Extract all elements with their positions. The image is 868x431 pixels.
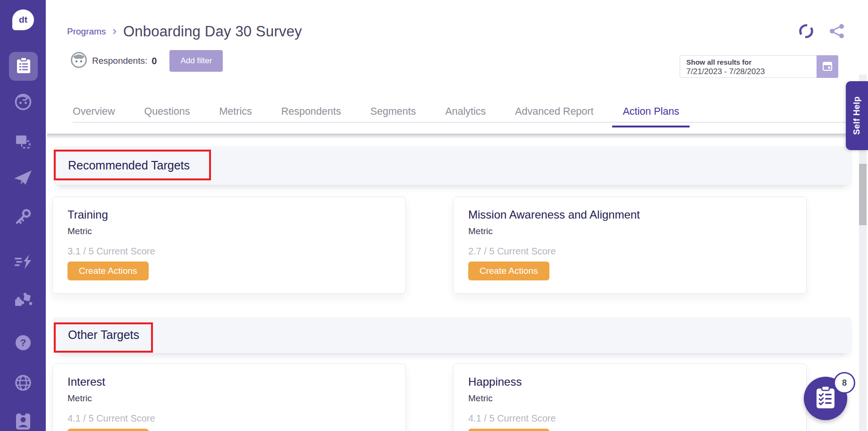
card-title: Mission Awareness and Alignment <box>468 208 640 221</box>
sidebar-item-contacts[interactable] <box>0 412 46 431</box>
card-type-label: Metric <box>67 393 92 404</box>
card-title: Happiness <box>468 375 522 389</box>
survey-clipboard-icon <box>16 57 31 76</box>
main-scrollbar-thumb[interactable] <box>859 164 867 225</box>
target-card-mission-awareness: Mission Awareness and Alignment Metric 2… <box>453 196 807 294</box>
create-actions-button[interactable]: Create Actions <box>468 262 549 280</box>
sidebar: dt <box>0 0 46 431</box>
checklist-clipboard-icon <box>815 385 836 412</box>
key-icon <box>14 208 32 228</box>
tab-action-plans[interactable]: Action Plans <box>623 106 679 118</box>
respondents-label: Respondents: <box>92 56 147 66</box>
tab-analytics[interactable]: Analytics <box>445 106 486 118</box>
header-shadow-divider <box>47 134 846 139</box>
create-actions-button[interactable]: Create Actions <box>468 429 549 431</box>
date-range-filter: Show all results for 7/21/2023 - 7/28/20… <box>680 55 838 78</box>
sidebar-item-respondents[interactable] <box>0 93 46 113</box>
card-score: 4.1 / 5 Current Score <box>67 413 155 424</box>
target-card-happiness: Happiness Metric 4.1 / 5 Current Score C… <box>453 363 807 431</box>
sidebar-item-help[interactable]: ? <box>0 334 46 354</box>
paper-plane-icon <box>14 169 33 188</box>
page-title: Onboarding Day 30 Survey <box>123 23 302 40</box>
sidebar-item-integrations[interactable] <box>0 293 46 313</box>
self-help-label: Self Help <box>852 96 862 135</box>
tab-underline-track <box>73 122 847 123</box>
puzzle-icon <box>14 293 33 313</box>
card-title: Training <box>67 208 108 221</box>
globe-icon <box>14 374 32 394</box>
tab-overview[interactable]: Overview <box>73 106 115 118</box>
create-actions-button[interactable]: Create Actions <box>67 262 149 280</box>
add-filter-button[interactable]: Add filter <box>169 50 223 72</box>
card-type-label: Metric <box>67 226 92 237</box>
card-score: 2.7 / 5 Current Score <box>468 246 556 257</box>
contact-person-icon <box>15 412 32 431</box>
card-type-label: Metric <box>468 393 493 404</box>
tab-metrics[interactable]: Metrics <box>219 106 252 118</box>
card-type-label: Metric <box>468 226 493 237</box>
help-question-icon: ? <box>14 334 32 354</box>
date-range-label: Show all results for <box>686 58 817 67</box>
annotation-box-other-targets <box>54 322 153 353</box>
card-title: Interest <box>67 375 105 389</box>
sidebar-item-screens[interactable] <box>0 133 46 153</box>
respondents-summary: Respondents: 0 Add filter <box>71 50 223 72</box>
breadcrumb-chevron-icon: › <box>112 26 117 35</box>
tab-bar: Overview Questions Metrics Respondents S… <box>73 101 679 122</box>
date-range-value: 7/21/2023 - 7/28/2023 <box>686 67 817 76</box>
sidebar-item-surveys[interactable] <box>9 52 38 81</box>
share-icon[interactable] <box>829 23 845 41</box>
sidebar-item-quick-actions[interactable] <box>0 254 46 272</box>
target-card-interest: Interest Metric 4.1 / 5 Current Score Cr… <box>52 363 406 431</box>
tab-advanced-report[interactable]: Advanced Report <box>515 106 593 118</box>
target-card-training: Training Metric 3.1 / 5 Current Score Cr… <box>52 196 406 294</box>
fab-count-value: 8 <box>842 378 847 388</box>
respondents-count: 0 <box>152 56 157 67</box>
self-help-tab[interactable]: Self Help <box>846 81 868 150</box>
app-window: dt <box>0 0 868 431</box>
app-logo-text: dt <box>19 15 27 25</box>
annotation-box-recommended-targets <box>54 150 211 180</box>
tab-segments[interactable]: Segments <box>370 106 416 118</box>
quick-flash-icon <box>14 254 33 272</box>
calendar-icon <box>822 61 833 73</box>
card-score: 4.1 / 5 Current Score <box>468 413 556 424</box>
sidebar-item-language[interactable] <box>0 374 46 394</box>
svg-text:?: ? <box>20 337 26 348</box>
sidebar-item-access[interactable] <box>0 208 46 228</box>
respondent-face-icon <box>14 93 32 113</box>
date-range-display[interactable]: Show all results for 7/21/2023 - 7/28/20… <box>680 55 817 78</box>
tab-questions[interactable]: Questions <box>144 106 190 118</box>
refresh-icon[interactable] <box>798 23 815 42</box>
fab-count-badge: 8 <box>834 372 855 394</box>
breadcrumb: Programs › Onboarding Day 30 Survey <box>67 21 302 42</box>
sidebar-item-distribute[interactable] <box>0 169 46 188</box>
section-other-targets: Other Targets <box>52 317 852 353</box>
breadcrumb-programs-link[interactable]: Programs <box>67 26 106 37</box>
card-score: 3.1 / 5 Current Score <box>67 246 155 257</box>
create-actions-button[interactable]: Create Actions <box>67 429 149 431</box>
app-logo[interactable]: dt <box>12 9 34 30</box>
tab-respondents[interactable]: Respondents <box>281 106 341 118</box>
calendar-button[interactable] <box>817 55 838 78</box>
screens-icon <box>14 133 32 153</box>
respondent-avatar-icon <box>71 52 87 70</box>
